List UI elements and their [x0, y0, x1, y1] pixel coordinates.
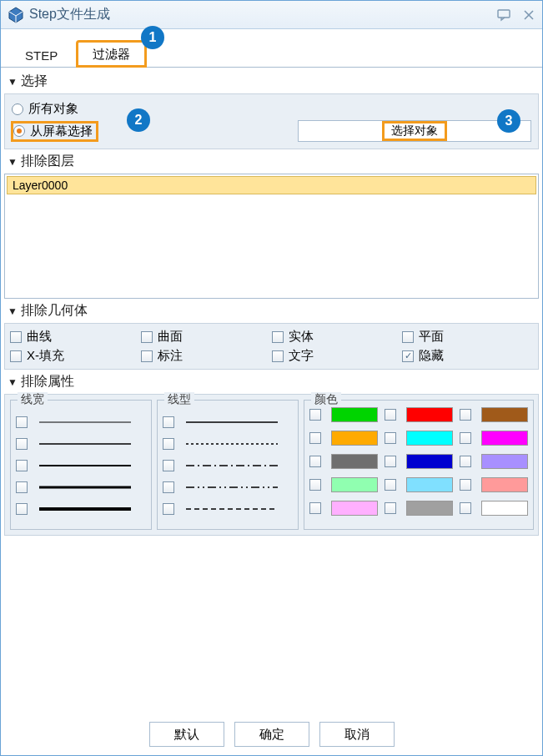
fieldset-linetype: 线型 — [157, 400, 299, 530]
app-icon — [8, 7, 24, 23]
checkbox-color-3[interactable] — [309, 432, 321, 444]
checkbox-linetype-0[interactable] — [163, 416, 174, 428]
select-object-field[interactable]: 选择对象 3 — [298, 120, 531, 142]
list-item[interactable]: Layer0000 — [7, 176, 536, 194]
checkbox-color-9[interactable] — [309, 479, 321, 491]
section-exclude-layer-label: 排除图层 — [21, 153, 74, 170]
color-swatch-9 — [331, 477, 378, 492]
fieldset-color: 颜色 — [304, 400, 534, 530]
section-exclude-attr-label: 排除属性 — [21, 373, 74, 391]
checkbox-color-12[interactable] — [309, 502, 321, 514]
select-object-label: 选择对象 — [383, 122, 446, 140]
checkbox-linetype-3[interactable] — [163, 481, 174, 493]
color-swatch-8 — [481, 454, 528, 469]
color-swatch-11 — [481, 477, 528, 492]
tab-filter[interactable]: 过滤器 — [77, 41, 146, 67]
checkbox-color-0[interactable] — [309, 409, 321, 421]
checkbox-color-6[interactable] — [309, 456, 321, 467]
checkbox-text[interactable] — [272, 350, 284, 362]
color-swatch-3 — [331, 431, 378, 446]
checkbox-color-11[interactable] — [460, 479, 471, 491]
checkbox-linewidth-2[interactable] — [16, 460, 28, 471]
color-swatch-12 — [331, 501, 378, 516]
linewidth-sample-1 — [39, 437, 131, 451]
section-exclude-layer-header[interactable]: ▼排除图层 — [4, 151, 539, 172]
color-swatch-1 — [406, 407, 453, 422]
color-swatch-13 — [406, 501, 453, 516]
linetype-sample-3 — [186, 481, 278, 494]
checkbox-color-10[interactable] — [385, 479, 396, 491]
default-button[interactable]: 默认 — [149, 722, 224, 747]
checkbox-linewidth-0[interactable] — [16, 416, 28, 428]
cancel-button[interactable]: 取消 — [319, 722, 395, 747]
checkbox-annot[interactable] — [141, 350, 153, 362]
section-exclude-geom-label: 排除几何体 — [21, 302, 88, 320]
color-swatch-6 — [331, 454, 378, 469]
linetype-sample-4 — [186, 502, 278, 516]
color-swatch-5 — [481, 431, 528, 446]
linewidth-sample-4 — [39, 502, 131, 516]
svg-rect-2 — [498, 10, 510, 18]
radio-from-screen[interactable] — [13, 125, 25, 137]
checkbox-linetype-4[interactable] — [163, 503, 174, 515]
color-swatch-4 — [406, 431, 453, 446]
checkbox-linewidth-3[interactable] — [16, 481, 28, 493]
color-swatch-2 — [481, 407, 528, 422]
ok-button[interactable]: 确定 — [234, 722, 309, 747]
linetype-sample-2 — [186, 459, 278, 472]
legend-linewidth: 线宽 — [18, 392, 48, 407]
checkbox-color-14[interactable] — [460, 502, 471, 514]
checkbox-xfill[interactable] — [10, 350, 22, 362]
tab-bar: STEP 过滤器 1 — [1, 29, 542, 68]
checkbox-plane[interactable] — [402, 331, 414, 343]
tab-step[interactable]: STEP — [9, 43, 73, 67]
radio-all[interactable] — [12, 103, 23, 115]
color-swatch-0 — [331, 407, 378, 422]
checkbox-hidden[interactable] — [402, 350, 414, 362]
color-swatch-7 — [406, 454, 453, 469]
linewidth-sample-3 — [39, 481, 131, 494]
section-exclude-attr-header[interactable]: ▼排除属性 — [4, 371, 539, 392]
checkbox-surface[interactable] — [141, 331, 153, 343]
section-select-label: 选择 — [21, 73, 48, 90]
titlebar: Step文件生成 — [1, 1, 542, 29]
section-select-header[interactable]: ▼选择 — [4, 71, 539, 92]
checkbox-curve[interactable] — [10, 331, 22, 343]
color-swatch-14 — [481, 501, 528, 516]
checkbox-linetype-2[interactable] — [163, 460, 174, 471]
radio-all-label: 所有对象 — [28, 101, 78, 117]
checkbox-color-13[interactable] — [385, 502, 396, 514]
checkbox-linewidth-1[interactable] — [16, 438, 28, 450]
legend-linetype: 线型 — [164, 392, 194, 407]
checkbox-solid[interactable] — [272, 331, 284, 343]
fieldset-linewidth: 线宽 — [10, 400, 152, 530]
section-exclude-geom-header[interactable]: ▼排除几何体 — [4, 300, 539, 321]
close-icon[interactable] — [522, 8, 535, 22]
section-select-panel: 所有对象 从屏幕选择 2 选择对象 3 — [4, 93, 539, 149]
radio-from-screen-label: 从屏幕选择 — [30, 123, 93, 139]
checkbox-color-8[interactable] — [460, 456, 471, 467]
linewidth-sample-0 — [39, 416, 131, 429]
linetype-sample-0 — [186, 416, 278, 429]
checkbox-color-2[interactable] — [460, 409, 471, 421]
layer-list[interactable]: Layer0000 — [4, 174, 539, 299]
checkbox-color-1[interactable] — [385, 409, 396, 421]
geom-panel: 曲线 曲面 实体 平面 X-填充 标注 文字 隐藏 — [4, 323, 539, 370]
legend-color: 颜色 — [311, 392, 341, 407]
checkbox-color-4[interactable] — [385, 432, 396, 444]
checkbox-color-7[interactable] — [385, 456, 396, 467]
checkbox-color-5[interactable] — [460, 432, 471, 444]
checkbox-linewidth-4[interactable] — [16, 503, 28, 515]
window-title: Step文件生成 — [29, 6, 497, 23]
feedback-icon[interactable] — [497, 8, 510, 22]
linetype-sample-1 — [186, 437, 278, 451]
attr-panel: 线宽 线型 颜色 — [4, 394, 539, 536]
linewidth-sample-2 — [39, 459, 131, 472]
color-swatch-10 — [406, 477, 453, 492]
checkbox-linetype-1[interactable] — [163, 438, 174, 450]
footer: 默认 确定 取消 — [1, 713, 542, 755]
